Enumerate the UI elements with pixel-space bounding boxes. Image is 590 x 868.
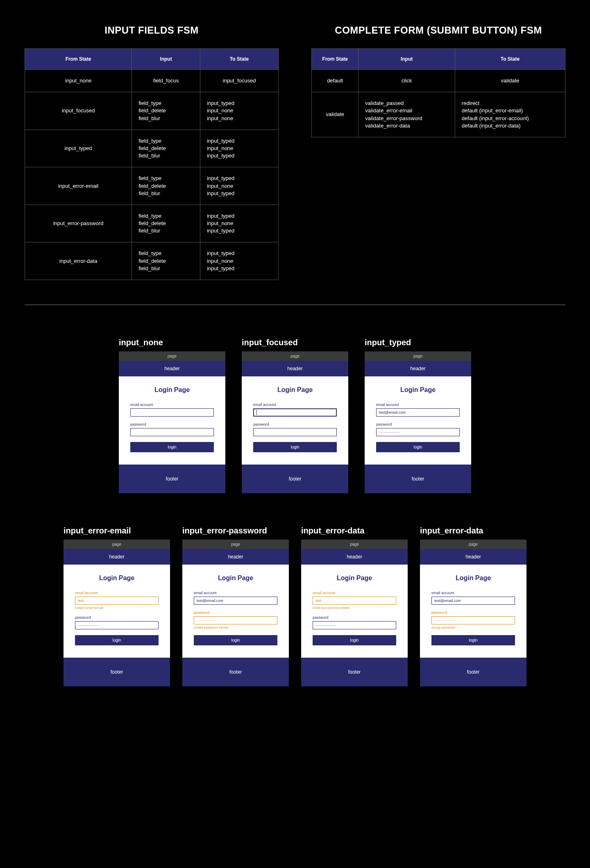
- mockup: page header Login Page email account pas…: [119, 351, 225, 493]
- email-label: email account: [376, 403, 460, 407]
- state-input-error-email: input_error-email page header Login Page…: [64, 526, 170, 686]
- complete-form-fsm: COMPLETE FORM (SUBMIT BUTTON) FSM From S…: [311, 25, 565, 137]
- mock-header: header: [119, 361, 225, 376]
- input-cell: field_focus: [132, 70, 200, 92]
- page-title: Login Page: [130, 386, 214, 394]
- email-input[interactable]: test@email.com: [194, 597, 277, 605]
- email-label: email account: [253, 403, 337, 407]
- mockup: page header Login Page email account pas…: [242, 351, 348, 493]
- page-title: Login Page: [194, 574, 277, 582]
- cursor-icon: [256, 410, 257, 415]
- login-button[interactable]: login: [431, 635, 515, 645]
- email-input[interactable]: test: [75, 597, 159, 605]
- state-input-error-password: input_error-password page header Login P…: [182, 526, 289, 686]
- section-divider: [25, 305, 565, 305]
- state-label: input_error-data: [301, 526, 408, 535]
- mock-header: header: [365, 361, 471, 376]
- page-title: Login Page: [313, 574, 396, 582]
- login-button[interactable]: login: [75, 635, 159, 645]
- password-input[interactable]: ····················: [313, 621, 396, 629]
- email-input[interactable]: test@email.com: [431, 597, 515, 605]
- state-input-focused: input_focused page header Login Page ema…: [242, 338, 348, 493]
- form-fsm-table: From State Input To State defaultclickva…: [311, 48, 565, 137]
- page-title: Login Page: [75, 574, 159, 582]
- to-state-cell: input_typedinput_noneinput_typed: [200, 205, 278, 242]
- col-to-state: To State: [200, 49, 278, 70]
- from-state-cell: default: [312, 70, 359, 92]
- page-bar: page: [182, 540, 289, 549]
- mockup: page header Login Page email account tes…: [301, 540, 408, 686]
- password-input[interactable]: ····················: [75, 621, 159, 629]
- mockup: page header Login Page email account tes…: [64, 540, 170, 686]
- state-input-error-data-account: input_error-data page header Login Page …: [301, 526, 408, 686]
- input-cell: click: [359, 70, 455, 92]
- from-state-cell: input_error-password: [25, 205, 132, 242]
- mock-footer: footer: [182, 658, 289, 686]
- login-button[interactable]: login: [253, 442, 337, 452]
- to-state-cell: input_typedinput_noneinput_typed: [200, 242, 278, 280]
- table-row: input_typedfield_typefield_deletefield_b…: [25, 130, 279, 167]
- password-label: password: [194, 611, 277, 615]
- from-state-cell: input_none: [25, 70, 132, 92]
- from-state-cell: input_error-data: [25, 242, 132, 280]
- table-row: input_focusedfield_typefield_deletefield…: [25, 92, 279, 130]
- email-label: email account: [313, 591, 396, 595]
- to-state-cell: input_typedinput_noneinput_none: [200, 92, 278, 130]
- password-input[interactable]: [253, 428, 337, 436]
- table-row: defaultclickvalidate: [312, 70, 565, 92]
- to-state-cell: redirectdefault (input_error-email)defau…: [455, 92, 565, 137]
- password-label: password: [376, 422, 460, 426]
- password-input[interactable]: ····················: [194, 616, 277, 624]
- mockup: page header Login Page email account tes…: [182, 540, 289, 686]
- page-title: Login Page: [253, 386, 337, 394]
- page-title: Login Page: [431, 574, 515, 582]
- mock-header: header: [242, 361, 348, 376]
- login-button[interactable]: login: [313, 635, 396, 645]
- email-input[interactable]: test@email.com: [376, 408, 460, 417]
- state-label: input_typed: [365, 338, 471, 347]
- from-state-cell: input_error-email: [25, 167, 132, 205]
- email-input[interactable]: [253, 408, 337, 417]
- mock-footer: footer: [119, 465, 225, 493]
- password-label: password: [75, 615, 159, 620]
- input-fsm-table: From State Input To State input_nonefiel…: [25, 48, 279, 280]
- email-input[interactable]: [130, 408, 214, 417]
- col-input: Input: [132, 49, 200, 70]
- state-label: input_error-email: [64, 526, 170, 535]
- table-row: validatevalidate_passedvalidate_error-em…: [312, 92, 565, 137]
- section-title: COMPLETE FORM (SUBMIT BUTTON) FSM: [311, 25, 565, 36]
- table-row: input_error-passwordfield_typefield_dele…: [25, 205, 279, 242]
- from-state-cell: input_typed: [25, 130, 132, 167]
- col-input: Input: [359, 49, 455, 70]
- password-input[interactable]: [130, 428, 214, 436]
- email-label: email account: [194, 591, 277, 595]
- page-title: Login Page: [376, 386, 460, 394]
- login-button[interactable]: login: [130, 442, 214, 452]
- state-label: input_error-password: [182, 526, 289, 535]
- email-input[interactable]: test: [313, 597, 396, 605]
- email-label: email account: [431, 591, 515, 595]
- table-row: input_error-emailfield_typefield_deletef…: [25, 167, 279, 205]
- login-button[interactable]: login: [376, 442, 460, 452]
- page-bar: page: [242, 351, 348, 361]
- mock-footer: footer: [420, 658, 526, 686]
- email-label: email account: [75, 591, 159, 595]
- col-from-state: From State: [312, 49, 359, 70]
- input-cell: field_typefield_deletefield_blur: [132, 92, 200, 130]
- password-input[interactable]: ····················: [431, 616, 515, 624]
- mock-header: header: [301, 549, 408, 565]
- table-row: input_nonefield_focusinput_focused: [25, 70, 279, 92]
- mock-footer: footer: [301, 658, 408, 686]
- login-button[interactable]: login: [194, 635, 277, 645]
- error-helper: email account not existed: [313, 606, 396, 610]
- col-to-state: To State: [455, 49, 565, 70]
- state-label: input_error-data: [420, 526, 526, 535]
- from-state-cell: input_focused: [25, 92, 132, 130]
- state-label: input_focused: [242, 338, 348, 347]
- mock-header: header: [182, 549, 289, 565]
- to-state-cell: validate: [455, 70, 565, 92]
- password-input[interactable]: ····················: [376, 428, 460, 436]
- password-label: password: [253, 422, 337, 426]
- page-bar: page: [365, 351, 471, 361]
- page-bar: page: [420, 540, 526, 549]
